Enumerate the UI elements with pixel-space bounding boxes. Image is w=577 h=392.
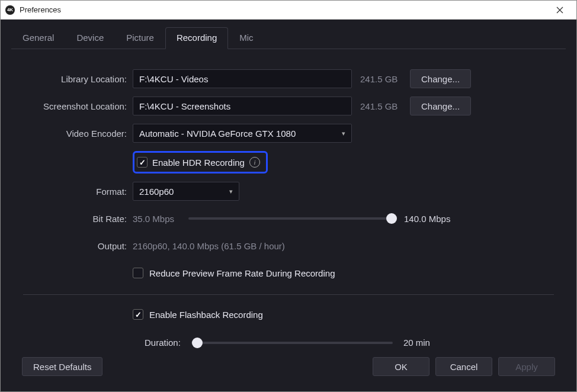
tab-device[interactable]: Device [65,27,115,49]
enable-flashback-checkbox[interactable] [133,309,143,320]
reset-defaults-button[interactable]: Reset Defaults [22,357,102,376]
tab-picture[interactable]: Picture [115,27,165,49]
screenshot-size: 241.5 GB [360,101,402,111]
cancel-button[interactable]: Cancel [435,357,492,376]
library-change-button[interactable]: Change... [410,69,471,88]
screenshot-change-button[interactable]: Change... [410,97,471,115]
chevron-down-icon: ▾ [342,130,345,137]
ok-button[interactable]: OK [373,357,429,376]
reduce-preview-label: Reduce Preview Frame Rate During Recordi… [149,268,335,278]
tab-recording[interactable]: Recording [165,27,228,49]
preferences-window: 4K Preferences General Device Picture Re… [0,0,577,392]
output-value: 2160p60, 140.0 Mbps (61.5 GB / hour) [133,241,285,251]
bitrate-label: Bit Rate: [23,214,133,224]
close-button[interactable] [548,1,572,19]
reduce-preview-checkbox[interactable] [133,268,143,278]
apply-button[interactable]: Apply [498,357,555,376]
tab-general[interactable]: General [11,27,65,49]
bitrate-slider-thumb[interactable] [386,213,397,224]
video-encoder-label: Video Encoder: [23,128,133,139]
hdr-highlight: Enable HDR Recording i [133,151,268,173]
enable-hdr-label: Enable HDR Recording [152,158,245,168]
enable-hdr-checkbox[interactable] [137,157,148,168]
duration-slider-thumb[interactable] [192,338,203,348]
duration-slider[interactable] [191,342,393,344]
app-icon: 4K [5,5,15,15]
format-value: 2160p60 [139,187,174,197]
format-select[interactable]: 2160p60 ▾ [133,182,239,201]
format-label: Format: [23,187,133,197]
chevron-down-icon: ▾ [229,188,233,195]
library-location-input[interactable] [133,69,352,88]
titlebar: 4K Preferences [1,1,576,20]
screenshot-location-input[interactable] [133,97,352,115]
tab-bar: General Device Picture Recording Mic [11,27,566,49]
library-size: 241.5 GB [360,74,402,84]
video-encoder-value: Automatic - NVIDIA GeForce GTX 1080 [139,128,296,139]
video-encoder-select[interactable]: Automatic - NVIDIA GeForce GTX 1080 ▾ [133,124,352,143]
tab-mic[interactable]: Mic [228,27,264,49]
bitrate-slider[interactable] [188,217,396,220]
section-divider [23,294,554,295]
library-location-label: Library Location: [23,74,133,84]
close-icon [556,7,563,14]
bitrate-min: 35.0 Mbps [133,214,180,224]
screenshot-location-label: Screenshot Location: [23,101,133,111]
enable-flashback-label: Enable Flashback Recording [149,310,263,320]
window-title: Preferences [20,5,548,14]
duration-label: Duration: [145,338,181,348]
output-label: Output: [23,241,133,251]
bitrate-max: 140.0 Mbps [404,214,454,224]
info-icon[interactable]: i [249,157,260,168]
duration-value: 20 min [403,338,454,348]
